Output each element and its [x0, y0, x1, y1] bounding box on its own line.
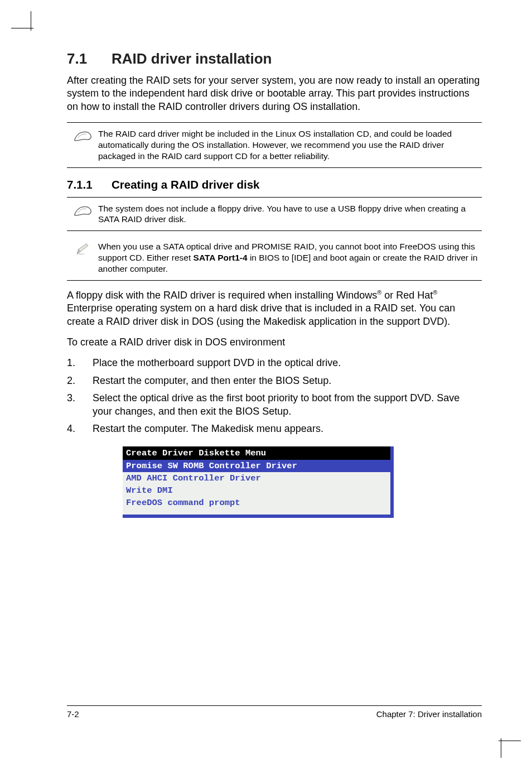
- step-number: 3.: [67, 392, 93, 418]
- section-number: 7.1: [67, 50, 112, 68]
- step-number: 4.: [67, 422, 93, 435]
- note-text: The RAID card driver might be included i…: [98, 128, 482, 161]
- step-text: Place the motherboard support DVD in the…: [93, 357, 341, 369]
- body-paragraph: A floppy disk with the RAID driver is re…: [67, 289, 482, 328]
- registered-mark: ®: [433, 289, 437, 296]
- chapter-label: Chapter 7: Driver installation: [376, 709, 482, 719]
- step-number: 1.: [67, 357, 93, 369]
- page-footer: 7-2 Chapter 7: Driver installation: [67, 705, 482, 719]
- makedisk-menu: Create Driver Diskette Menu Promise SW R…: [123, 446, 394, 518]
- body-paragraph: To create a RAID driver disk in DOS envi…: [67, 336, 482, 349]
- text-part: or Red Hat: [381, 290, 433, 301]
- svg-point-0: [77, 253, 85, 255]
- page-number: 7-2: [67, 709, 79, 719]
- subsection-heading: 7.1.1Creating a RAID driver disk: [67, 178, 482, 191]
- list-item: 4.Restart the computer. The Makedisk men…: [67, 422, 482, 435]
- step-text: Restart the computer, and then enter the…: [93, 374, 331, 387]
- list-item: 2.Restart the computer, and then enter t…: [67, 374, 482, 387]
- list-item: 3.Select the optical drive as the first …: [67, 392, 482, 418]
- note-block: The RAID card driver might be included i…: [67, 122, 482, 167]
- step-text: Select the optical drive as the first bo…: [93, 392, 482, 418]
- menu-item: FreeDOS command prompt: [123, 497, 390, 509]
- intro-paragraph: After creating the RAID sets for your se…: [67, 74, 482, 113]
- menu-item-selected: Promise SW ROMB Controller Driver: [123, 460, 390, 472]
- section-title-text: RAID driver installation: [112, 50, 272, 67]
- menu-item: AMD AHCI Controller Driver: [123, 472, 390, 484]
- menu-spacer: [123, 509, 390, 515]
- note-text: When you use a SATA optical drive and PR…: [98, 241, 482, 274]
- list-item: 1.Place the motherboard support DVD in t…: [67, 357, 482, 369]
- text-part: Enterprise operating system on a hard di…: [67, 302, 455, 326]
- crop-mark: [499, 741, 521, 741]
- steps-list: 1.Place the motherboard support DVD in t…: [67, 357, 482, 435]
- crop-mark: [11, 28, 33, 28]
- subsection-number: 7.1.1: [67, 178, 112, 191]
- pencil-icon: [67, 241, 98, 256]
- crop-mark: [501, 738, 501, 758]
- step-text: Restart the computer. The Makedisk menu …: [93, 422, 323, 435]
- note-text-bold: SATA Port1-4: [194, 253, 248, 262]
- menu-header: Create Driver Diskette Menu: [123, 446, 390, 460]
- note-block: The system does not include a floppy dri…: [67, 197, 482, 232]
- text-part: A floppy disk with the RAID driver is re…: [67, 290, 377, 301]
- step-number: 2.: [67, 374, 93, 387]
- section-heading: 7.1RAID driver installation: [67, 50, 482, 68]
- note-icon: [67, 128, 98, 143]
- note-block: When you use a SATA optical drive and PR…: [67, 239, 482, 280]
- page-content: 7.1RAID driver installation After creati…: [67, 50, 482, 719]
- menu-item: Write DMI: [123, 484, 390, 497]
- note-icon: [67, 203, 98, 218]
- crop-mark: [31, 11, 31, 31]
- note-text: The system does not include a floppy dri…: [98, 203, 482, 225]
- subsection-title-text: Creating a RAID driver disk: [112, 178, 259, 191]
